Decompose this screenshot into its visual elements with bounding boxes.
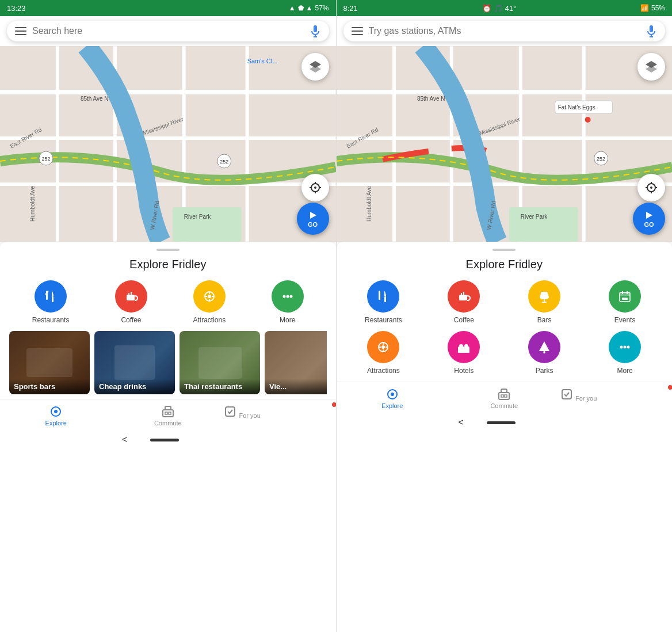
nav-for-you-left[interactable]: For you [224,403,336,429]
go-label-right: GO [644,221,654,228]
svg-point-79 [650,186,652,189]
nav-commute-left[interactable]: Commute [112,403,224,429]
photo-tiles-left: Sports bars Cheap drinks [9,331,327,399]
svg-text:252: 252 [41,156,50,162]
svg-text:Humboldt Ave: Humboldt Ave [29,185,36,221]
photo-tile-sports-bars[interactable]: Sports bars [9,331,90,394]
svg-rect-56 [337,46,673,242]
svg-rect-37 [131,292,132,295]
search-bar-right[interactable] [343,21,666,41]
svg-rect-0 [314,25,317,32]
svg-text:Sam's Cl...: Sam's Cl... [247,58,278,64]
svg-text:252: 252 [597,156,605,162]
nav-explore-right[interactable]: Explore [337,386,449,412]
photo-tile-thai[interactable]: Thai restaurants [180,331,260,394]
photo-tile-cheap-drinks[interactable]: Cheap drinks [94,331,175,394]
svg-rect-104 [459,344,463,347]
category-events-right[interactable]: Events [587,280,663,324]
restaurants-label-left: Restaurants [32,316,70,324]
category-hotels-right[interactable]: Hotels [426,331,502,375]
status-icons-right: 📶 55% [640,4,665,12]
categories-row-left: Restaurants Coffee [9,280,327,324]
drag-handle-left[interactable] [156,249,180,251]
category-attractions-left[interactable]: Attractions [193,280,226,324]
search-input-right[interactable] [369,26,640,36]
category-restaurants-right[interactable]: Restaurants [346,280,422,324]
more-label-right: More [617,367,632,375]
svg-rect-88 [461,293,462,295]
events-icon-right [609,280,641,313]
svg-marker-77 [646,66,657,73]
category-attractions-right[interactable]: Attractions [346,331,422,375]
category-more-right[interactable]: More [587,331,663,375]
svg-rect-114 [499,393,509,399]
svg-point-46 [289,295,292,298]
restaurants-label-right: Restaurants [365,316,402,324]
drag-handle-right[interactable] [492,249,516,251]
svg-rect-33 [45,291,49,295]
menu-icon-left[interactable] [15,27,26,35]
map-area-right[interactable]: East River Rd Humboldt Ave Mississippi R… [337,46,673,242]
category-more-left[interactable]: More [272,280,304,324]
sports-bars-label: Sports bars [9,379,90,394]
search-bar-left[interactable] [7,21,329,41]
layers-button-left[interactable] [301,53,329,81]
bottom-sheet-left: Explore Fridley Restaurants [0,242,336,399]
svg-rect-108 [544,351,545,353]
go-button-right[interactable]: GO [633,203,665,235]
category-coffee-right[interactable]: Coffee [426,280,502,324]
nav-for-you-right[interactable]: For you [560,386,673,412]
layers-button-right[interactable] [637,53,665,81]
svg-point-26 [314,186,316,189]
back-button-right[interactable]: < [459,417,464,428]
nav-explore-left[interactable]: Explore [0,403,112,429]
svg-rect-86 [384,296,386,302]
photo-tile-vie[interactable]: Vie... [265,331,327,394]
svg-rect-3 [0,46,336,242]
home-pill-left[interactable] [150,439,179,441]
restaurants-icon-left [35,280,67,313]
mic-icon-left[interactable] [310,25,321,37]
coffee-label-right: Coffee [454,316,474,324]
events-label-right: Events [614,316,636,324]
go-button-left[interactable]: GO [297,203,329,235]
nav-commute-right[interactable]: Commute [448,386,560,412]
svg-rect-115 [501,395,503,397]
category-parks-right[interactable]: Parks [506,331,582,375]
mic-icon-right[interactable] [646,25,657,37]
home-pill-right[interactable] [487,421,516,424]
svg-marker-84 [646,212,652,219]
nav-for-you-label-right: For you [575,395,597,402]
coffee-label-left: Coffee [121,316,141,324]
more-icon-right [609,331,641,363]
svg-marker-24 [310,66,321,73]
category-coffee-left[interactable]: Coffee [115,280,147,324]
search-input-left[interactable] [32,26,304,36]
menu-icon-right[interactable] [352,27,363,35]
svg-text:85th Ave N: 85th Ave N [417,96,445,102]
svg-point-48 [54,410,58,413]
back-button-left[interactable]: < [122,435,127,445]
svg-rect-49 [163,410,173,417]
home-indicator-right: < [337,414,673,431]
svg-rect-36 [128,293,129,295]
map-area-left[interactable]: East River Rd Humboldt Ave Mississippi R… [0,46,336,242]
svg-rect-52 [226,407,235,416]
svg-point-44 [282,295,285,298]
more-icon-left [272,280,304,313]
location-button-left[interactable] [301,174,329,201]
category-bars-right[interactable]: Bars [506,280,582,324]
location-button-right[interactable] [637,174,665,201]
status-icons-left: ▲ ⬟ ▲ 57% [289,4,329,12]
vie-label: Vie... [265,379,327,394]
svg-rect-53 [650,25,653,32]
coffee-icon-left [115,280,147,313]
svg-point-39 [208,295,211,298]
bars-icon-right [528,280,560,313]
svg-rect-64 [509,207,578,242]
go-label-left: GO [308,221,318,228]
svg-rect-96 [622,298,628,300]
category-restaurants-left[interactable]: Restaurants [32,280,70,324]
hotels-label-right: Hotels [454,367,474,375]
attractions-label-right: Attractions [367,367,400,375]
